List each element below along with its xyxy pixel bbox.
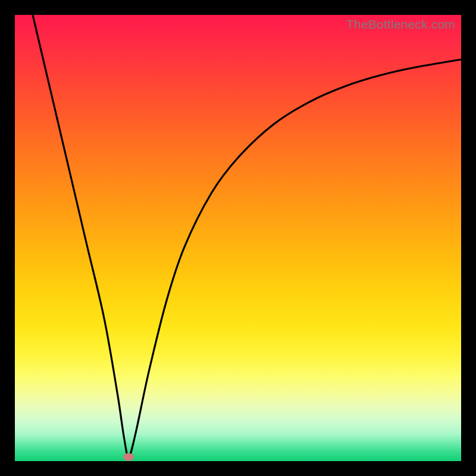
- curve-svg: [15, 15, 461, 461]
- plot-area: TheBottleneck.com: [15, 15, 461, 461]
- bottleneck-curve: [33, 15, 461, 457]
- minimum-marker: [123, 453, 134, 461]
- chart-frame: TheBottleneck.com: [0, 0, 476, 476]
